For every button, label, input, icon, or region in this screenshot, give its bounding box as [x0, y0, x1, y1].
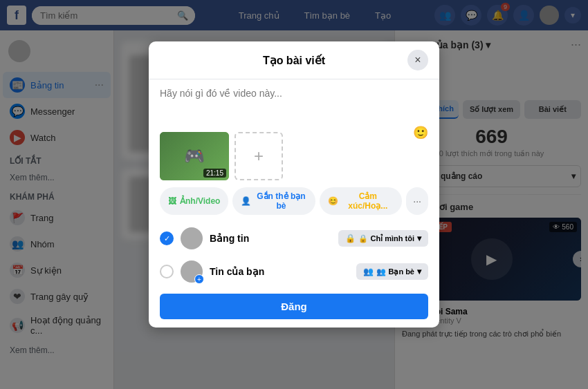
audience-name-1: Bảng tin	[210, 233, 331, 244]
audience-avatar-1	[181, 227, 203, 249]
tag-icon: 👤	[241, 196, 251, 206]
dropdown-arrow-2: ▾	[417, 267, 421, 276]
photo-video-button[interactable]: 🖼 Ảnh/Video	[160, 187, 228, 215]
audience-radio-2[interactable]	[160, 265, 174, 278]
audience-avatar-wrap-1	[181, 227, 203, 249]
media-thumbnail: 🎮 21:15	[160, 132, 229, 180]
lock-icon: 🔒	[345, 234, 356, 243]
textarea-wrap: 🙂	[160, 88, 428, 125]
modal-overlay: Tạo bài viết × 🙂 🎮 21:15 +	[0, 0, 588, 389]
audience-dropdown-2[interactable]: 👥 👥 Bạn bè ▾	[356, 263, 428, 280]
audience-add-icon: +	[194, 274, 204, 284]
dropdown-arrow-1: ▾	[417, 234, 421, 243]
audience-row-1: ✓ Bảng tin 🔒 🔒 Chỉ mình tôi ▾	[160, 222, 428, 255]
modal-body: 🙂 🎮 21:15 + 🖼 Ảnh/Video	[149, 79, 439, 328]
modal-close-button[interactable]: ×	[407, 50, 428, 70]
audience-check-1: ✓	[160, 231, 174, 245]
add-media-icon: +	[254, 146, 264, 166]
audience-avatar-wrap-2: +	[181, 260, 203, 283]
audience-dropdown-1[interactable]: 🔒 🔒 Chỉ mình tôi ▾	[338, 230, 428, 247]
audience-row-2: + Tin của bạn 👥 👥 Bạn bè ▾	[160, 255, 428, 288]
add-media-button[interactable]: +	[235, 132, 283, 180]
audience-name-2: Tin của bạn	[210, 266, 349, 277]
feeling-icon: 😊	[328, 196, 338, 206]
modal-header: Tạo bài viết ×	[149, 41, 439, 79]
feeling-button[interactable]: 😊 Cảm xúc/Hoạ...	[320, 187, 402, 215]
emoji-button[interactable]: 🙂	[413, 125, 428, 140]
post-button[interactable]: Đăng	[160, 294, 428, 319]
friends-icon: 👥	[363, 267, 374, 276]
photo-icon: 🖼	[168, 196, 176, 206]
post-textarea[interactable]	[160, 88, 428, 122]
modal-title: Tạo bài viết	[263, 54, 325, 67]
media-duration: 21:15	[203, 169, 226, 178]
media-row: 🎮 21:15 +	[160, 132, 413, 180]
create-post-modal: Tạo bài viết × 🙂 🎮 21:15 +	[149, 41, 439, 328]
tag-friends-button[interactable]: 👤 Gắn thẻ bạn bè	[232, 187, 315, 215]
action-bar: 🖼 Ảnh/Video 👤 Gắn thẻ bạn bè 😊 Cảm xúc/H…	[160, 187, 428, 215]
more-actions-button[interactable]: ···	[406, 187, 428, 215]
